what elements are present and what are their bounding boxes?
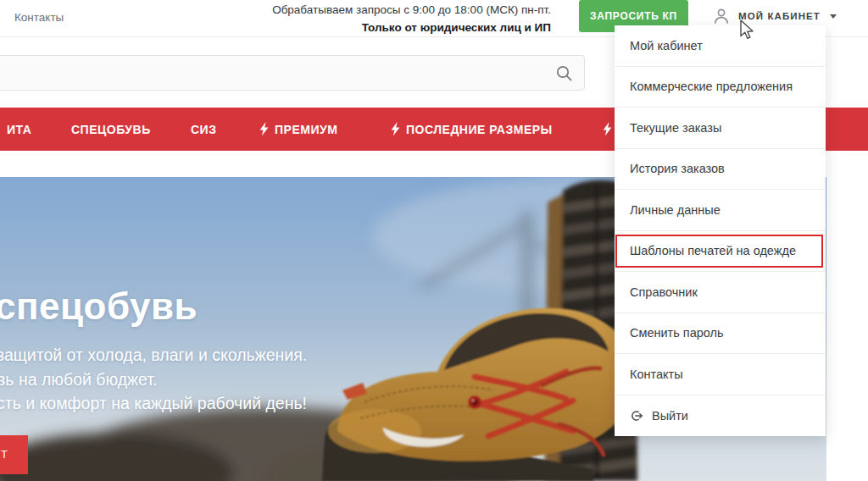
menu-item-logout[interactable]: Выйти: [615, 395, 826, 437]
nav-item-premium[interactable]: ПРЕМИУМ: [259, 108, 337, 151]
account-label: МОЙ КАБИНЕТ: [738, 11, 821, 21]
page: Контакты Обрабатываем запросы с 9:00 до …: [0, 0, 868, 481]
menu-item-order-history[interactable]: История заказов: [615, 149, 826, 191]
menu-item-print-templates[interactable]: Шаблоны печатей на одежде: [615, 231, 826, 273]
hero-line: защитой от холода, влаги и скольжения.: [0, 343, 307, 368]
working-hours-info: Обрабатываем запросы с 9:00 до 18:00 (МС…: [272, 3, 551, 34]
nav-item-last-sizes[interactable]: ПОСЛЕДНИЕ РАЗМЕРЫ: [391, 108, 553, 151]
menu-item-reference[interactable]: Справочник: [615, 272, 826, 313]
menu-item-label: Коммерческие предложения: [630, 80, 793, 93]
menu-item-label: Шаблоны печатей на одежде: [630, 244, 796, 257]
menu-item-contacts[interactable]: Контакты: [615, 354, 826, 395]
slider-cta-button[interactable]: Т: [0, 435, 28, 474]
menu-item-my-cabinet[interactable]: Мой кабинет: [615, 25, 826, 67]
menu-item-label: Личные данные: [630, 203, 721, 217]
menu-item-label: Справочник: [630, 285, 698, 299]
menu-item-label: Выйти: [652, 409, 688, 423]
hero-line: вь на любой бюджет.: [0, 368, 307, 392]
nav-item-label: СПЕЦОБУВЬ: [71, 123, 151, 136]
nav-item-label: ИТА: [7, 123, 31, 136]
lightning-icon: [391, 122, 400, 136]
nav-item-label: ПОСЛЕДНИЕ РАЗМЕРЫ: [406, 123, 553, 136]
lightning-icon: [603, 122, 612, 136]
menu-item-label: Сменить пароль: [630, 326, 724, 340]
hero-text: защитой от холода, влаги и скольжения. в…: [0, 343, 307, 416]
slider-cta-label: Т: [1, 448, 8, 461]
menu-item-label: Контакты: [630, 368, 683, 381]
logout-icon: [630, 409, 643, 423]
hero-line: сть и комфорт на каждый рабочий день!: [0, 391, 307, 416]
person-icon: [712, 7, 731, 25]
nav-item-siz[interactable]: СИЗ: [191, 108, 216, 151]
lightning-icon: [259, 122, 269, 136]
search-input[interactable]: [0, 55, 585, 91]
caret-down-icon: [830, 14, 837, 19]
menu-item-label: Мой кабинет: [630, 39, 703, 53]
nav-item-label: ПРЕМИУМ: [275, 123, 337, 136]
menu-item-personal-data[interactable]: Личные данные: [615, 190, 826, 231]
hero-heading: спецобувь: [0, 285, 198, 328]
nav-item-label: СИЗ: [191, 123, 216, 136]
contacts-link[interactable]: Контакты: [14, 11, 64, 24]
menu-item-label: История заказов: [630, 162, 725, 175]
nav-item-specobuv[interactable]: СПЕЦОБУВЬ: [71, 108, 151, 151]
search-icon[interactable]: [555, 64, 573, 82]
menu-item-current-orders[interactable]: Текущие заказы: [615, 108, 826, 149]
menu-item-commercial-offers[interactable]: Коммерческие предложения: [615, 67, 826, 108]
menu-item-label: Текущие заказы: [630, 121, 721, 135]
account-menu-trigger[interactable]: МОЙ КАБИНЕТ: [712, 7, 837, 25]
menu-item-change-password[interactable]: Сменить пароль: [615, 313, 826, 355]
hours-line: Обрабатываем запросы с 9:00 до 18:00 (МС…: [272, 3, 551, 16]
nav-item-ita[interactable]: ИТА: [7, 108, 31, 151]
account-dropdown-menu: Мой кабинет Коммерческие предложения Тек…: [615, 25, 826, 436]
legal-entities-line: Только от юридических лиц и ИП: [272, 21, 551, 34]
